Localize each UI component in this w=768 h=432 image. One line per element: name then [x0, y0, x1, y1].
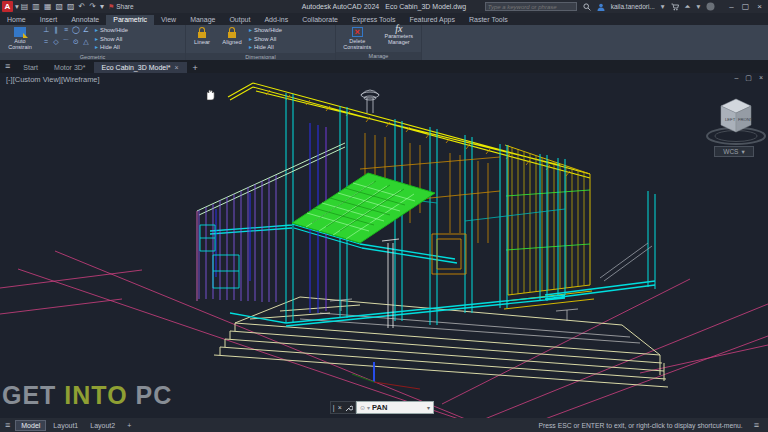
command-customize-wrench-icon[interactable] [345, 404, 353, 412]
file-tab-menu-icon[interactable]: ≡ [0, 61, 15, 73]
tab-express-tools[interactable]: Express Tools [345, 15, 402, 25]
help-icon[interactable] [706, 2, 715, 11]
qat-caret-icon[interactable]: ▾ [100, 2, 104, 12]
tab-view[interactable]: View [154, 15, 183, 25]
file-tab-bar: ≡ Start Motor 3D* Eco Cabin_3D Model* × … [0, 60, 768, 73]
user-name[interactable]: kaila.tanedori... [611, 3, 655, 10]
quick-access-toolbar: ▤ ▥ ▦ ▧ ▨ ↶ ↷ ▾ [21, 2, 104, 12]
linear-dimension-button[interactable]: Linear [189, 26, 215, 45]
constraint-concentric-icon[interactable]: ◯ [71, 26, 81, 38]
new-layout-button[interactable]: + [122, 421, 136, 430]
tab-output[interactable]: Output [222, 15, 257, 25]
plot-icon[interactable]: ▨ [67, 2, 75, 12]
constraint-equal-icon[interactable]: = [41, 38, 51, 50]
tab-insert[interactable]: Insert [33, 15, 65, 25]
geo-show-hide-button[interactable]: ▸ Show/Hide [95, 26, 128, 35]
start-tab-label: Start [23, 64, 38, 71]
eco-cabin-tab-label: Eco Cabin_3D Model* [102, 64, 171, 71]
titlebar-right: kaila.tanedori... ▾ ⏶ ▾ – ▢ × [485, 0, 766, 13]
autodesk-caret-icon[interactable]: ▾ [697, 2, 701, 11]
maximize-button[interactable]: ▢ [742, 2, 750, 11]
dim-hide-all-label: Hide All [254, 43, 274, 52]
dim-show-hide-button[interactable]: ▸ Show/Hide [249, 26, 282, 35]
user-caret-icon[interactable]: ▾ [661, 2, 665, 11]
layout1-tab[interactable]: Layout1 [48, 421, 83, 430]
tab-annotate[interactable]: Annotate [64, 15, 106, 25]
geo-hide-all-button[interactable]: ▸ Hide All [95, 43, 128, 52]
delete-constraints-button[interactable]: × Delete Constraints [339, 26, 375, 50]
tab-featured-apps[interactable]: Featured Apps [402, 15, 462, 25]
command-grip-icon[interactable]: | [333, 404, 335, 411]
app-menu-caret-icon[interactable]: ▾ [15, 2, 19, 11]
command-input[interactable]: ⊙ ▾ PAN ▾ [356, 401, 434, 414]
solar-panel[interactable] [292, 173, 435, 243]
search-icon[interactable] [583, 3, 591, 11]
new-drawing-tab-button[interactable]: + [187, 63, 204, 73]
new-file-icon[interactable]: ▤ [21, 2, 29, 12]
tab-raster-tools[interactable]: Raster Tools [462, 15, 515, 25]
constraint-perpendicular-icon[interactable]: ⊥ [41, 26, 51, 38]
aligned-dimension-button[interactable]: Aligned [219, 26, 245, 45]
command-line-grip[interactable]: | × [330, 401, 356, 414]
command-history-caret-icon[interactable]: ▾ [427, 404, 430, 411]
autodesk-logo-icon[interactable]: ⏶ [685, 2, 691, 12]
constraint-tangent-icon[interactable]: ⌒ [61, 38, 71, 50]
aligned-lock-icon [227, 27, 237, 38]
model-tab[interactable]: Model [15, 420, 46, 431]
delete-constraints-label-2: Constraints [343, 44, 371, 50]
file-tab-start[interactable]: Start [15, 62, 46, 73]
dim-show-all-button[interactable]: ▸ Show All [249, 35, 282, 44]
drawing-canvas[interactable]: [-][Custom View][Wireframe] – ▢ × LEFT F… [0, 73, 768, 418]
geo-show-all-button[interactable]: ▸ Show All [95, 35, 128, 44]
tab-addins[interactable]: Add-ins [257, 15, 295, 25]
dim-show-all-label: Show All [254, 35, 276, 44]
save-icon[interactable]: ▦ [44, 2, 52, 12]
dim-hide-all-button[interactable]: ▸ Hide All [249, 43, 282, 52]
show-all-icon: ▸ [95, 35, 98, 44]
save-as-icon[interactable]: ▧ [55, 2, 63, 12]
parameters-manager-button[interactable]: fx Parameters Manager [380, 26, 418, 45]
tab-manage[interactable]: Manage [183, 15, 222, 25]
auto-constrain-label: Auto Constrain [3, 38, 37, 50]
layout2-tab[interactable]: Layout2 [85, 421, 120, 430]
viewport-controls-label[interactable]: [-][Custom View][Wireframe] [6, 75, 100, 84]
title-bar: A ▾ ▤ ▥ ▦ ▧ ▨ ↶ ↷ ▾ ⚑ Share Autodesk Aut… [0, 0, 768, 13]
tab-collaborate[interactable]: Collaborate [295, 15, 345, 25]
minimize-button[interactable]: – [729, 2, 733, 11]
redo-icon[interactable]: ↷ [89, 2, 96, 12]
constraint-angle-icon[interactable]: ∠ [81, 26, 91, 38]
layout-menu-icon[interactable]: ≡ [0, 420, 15, 430]
command-line-dock[interactable]: | × ⊙ ▾ PAN ▾ [330, 401, 434, 414]
parameters-manager-label-2: Manager [388, 39, 410, 45]
share-label: Share [116, 3, 133, 10]
dim-show-all-icon: ▸ [249, 35, 252, 44]
open-file-icon[interactable]: ▥ [32, 2, 40, 12]
manage-panel-label[interactable]: Manage [336, 52, 421, 60]
linear-lock-icon [197, 27, 207, 38]
wcs-dropdown-button[interactable]: WCS ▾ [714, 146, 754, 157]
eco-cabin-tab-close-icon[interactable]: × [174, 64, 178, 71]
auto-constrain-button[interactable]: Auto Constrain [3, 26, 37, 50]
eco-cabin-wireframe-model[interactable] [0, 73, 768, 418]
dim-show-hide-icon: ▸ [249, 26, 252, 35]
file-tab-eco-cabin[interactable]: Eco Cabin_3D Model* × [94, 62, 187, 73]
viewcube[interactable]: LEFT FRONT [700, 81, 768, 151]
share-icon: ⚑ [108, 3, 114, 11]
autocad-app-menu-button[interactable]: A [2, 1, 13, 12]
constraint-fix-icon[interactable]: △ [81, 38, 91, 50]
file-tab-motor[interactable]: Motor 3D* [46, 62, 94, 73]
search-input[interactable] [485, 2, 577, 11]
command-close-icon[interactable]: × [338, 404, 342, 411]
constraint-parallel-icon[interactable]: ∥ [51, 26, 61, 38]
tab-parametric[interactable]: Parametric [106, 15, 154, 25]
user-avatar-icon[interactable] [597, 3, 605, 11]
constraint-coincident-icon[interactable]: ⊙ [71, 38, 81, 50]
status-customize-icon[interactable]: ≡ [749, 420, 764, 430]
share-button[interactable]: ⚑ Share [108, 3, 134, 11]
close-button[interactable]: × [757, 2, 762, 11]
tab-home[interactable]: Home [0, 15, 33, 25]
constraint-horizontal-icon[interactable]: ≡ [61, 26, 71, 38]
cart-icon[interactable] [671, 3, 679, 11]
constraint-symmetric-icon[interactable]: ◇ [51, 38, 61, 50]
undo-icon[interactable]: ↶ [79, 2, 86, 12]
